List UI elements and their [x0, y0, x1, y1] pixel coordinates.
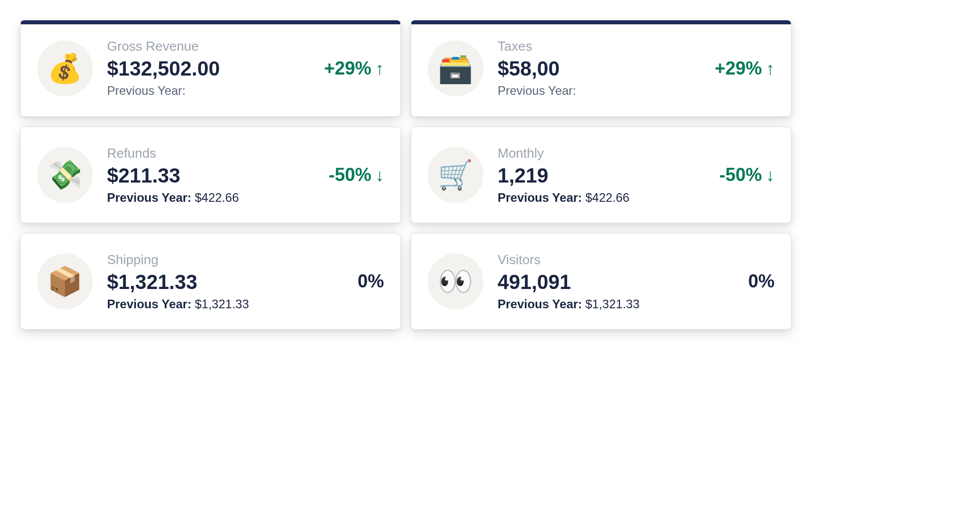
previous-label: Previous Year: — [107, 191, 191, 204]
stat-value: $58,00 — [498, 56, 705, 81]
arrow-down-icon: ↓ — [375, 166, 384, 184]
previous-label: Previous Year: — [107, 297, 191, 311]
arrow-up-icon: ↑ — [766, 60, 775, 77]
stat-card-visitors: 👀Visitors491,091Previous Year: $1,321.33… — [411, 233, 791, 330]
stat-delta: 0% — [748, 271, 775, 292]
delta-text: 0% — [748, 271, 775, 292]
delta-text: -50% — [329, 164, 371, 186]
package-icon: 📦 — [37, 254, 93, 309]
stat-previous: Previous Year: $1,321.33 — [107, 297, 347, 311]
stat-value: 1,219 — [498, 163, 709, 188]
stat-value: $211.33 — [107, 163, 319, 188]
stat-delta: +29%↑ — [324, 58, 384, 79]
previous-label: Previous Year: — [107, 84, 186, 97]
stat-card-monthly: 🛒Monthly1,219Previous Year: $422.66-50%↓ — [411, 127, 791, 223]
arrow-up-icon: ↑ — [375, 60, 384, 77]
previous-label: Previous Year: — [498, 84, 576, 97]
stat-content: Visitors491,091Previous Year: $1,321.33 — [498, 252, 738, 311]
stat-previous: Previous Year: — [498, 84, 705, 98]
stat-content: Taxes$58,00Previous Year: — [498, 39, 705, 98]
stat-card-taxes: 🗃️Taxes$58,00Previous Year:+29%↑ — [411, 20, 791, 117]
stat-value: 491,091 — [498, 270, 738, 294]
previous-value: $1,321.33 — [195, 297, 249, 311]
file-box-icon: 🗃️ — [428, 41, 483, 96]
arrow-down-icon: ↓ — [766, 166, 775, 184]
stat-previous: Previous Year: $422.66 — [498, 191, 709, 205]
stat-title: Shipping — [107, 252, 347, 268]
stat-value: $1,321.33 — [107, 270, 347, 294]
stat-card-refunds: 💸Refunds$211.33Previous Year: $422.66-50… — [20, 127, 401, 223]
stat-previous: Previous Year: — [107, 84, 314, 98]
stat-title: Monthly — [498, 146, 709, 161]
stat-previous: Previous Year: $422.66 — [107, 191, 319, 205]
stat-content: Monthly1,219Previous Year: $422.66 — [498, 146, 709, 205]
stat-content: Gross Revenue$132,502.00Previous Year: — [107, 39, 314, 98]
stat-content: Refunds$211.33Previous Year: $422.66 — [107, 146, 319, 205]
delta-text: -50% — [719, 164, 762, 186]
delta-text: 0% — [358, 271, 384, 292]
stat-previous: Previous Year: $1,321.33 — [498, 297, 738, 311]
previous-value: $1,321.33 — [585, 297, 640, 311]
stat-title: Gross Revenue — [107, 39, 314, 54]
money-wings-icon: 💸 — [37, 147, 93, 203]
stat-delta: 0% — [358, 271, 384, 292]
previous-value: $422.66 — [585, 191, 629, 204]
delta-text: +29% — [715, 58, 762, 79]
stat-delta: -50%↓ — [719, 164, 775, 186]
stat-value: $132,502.00 — [107, 56, 314, 81]
stat-title: Taxes — [498, 39, 705, 54]
delta-text: +29% — [324, 58, 371, 79]
stat-title: Refunds — [107, 146, 319, 161]
stat-title: Visitors — [498, 252, 738, 268]
stat-content: Shipping$1,321.33Previous Year: $1,321.3… — [107, 252, 347, 311]
stat-delta: +29%↑ — [715, 58, 775, 79]
previous-label: Previous Year: — [498, 297, 582, 311]
shopping-cart-icon: 🛒 — [428, 147, 483, 203]
previous-value: $422.66 — [195, 191, 239, 204]
stats-grid: 💰Gross Revenue$132,502.00Previous Year:+… — [20, 20, 791, 330]
stat-delta: -50%↓ — [329, 164, 384, 186]
stat-card-shipping: 📦Shipping$1,321.33Previous Year: $1,321.… — [20, 233, 401, 330]
previous-label: Previous Year: — [498, 191, 582, 204]
stat-card-gross-revenue: 💰Gross Revenue$132,502.00Previous Year:+… — [20, 20, 401, 117]
eyes-icon: 👀 — [428, 254, 483, 309]
money-bag-icon: 💰 — [37, 41, 93, 96]
